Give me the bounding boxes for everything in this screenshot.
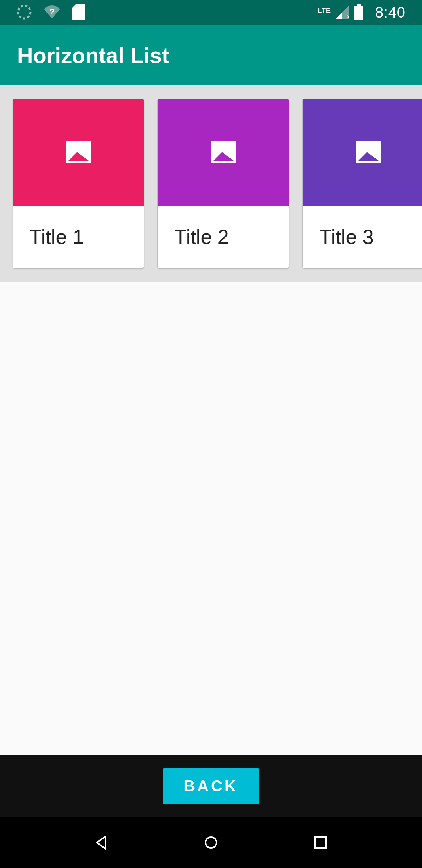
list-card[interactable]: Title 3 [302, 99, 422, 269]
image-placeholder-icon [356, 141, 381, 163]
card-image-area [158, 99, 289, 206]
status-right: LTE × 8:40 [318, 4, 406, 22]
svg-point-5 [206, 837, 216, 848]
back-button[interactable]: BACK [163, 768, 259, 804]
signal-icon: × [335, 5, 349, 21]
svg-point-0 [18, 6, 30, 18]
status-left: ? [16, 4, 85, 22]
app-bar: Horizontal List [0, 25, 422, 85]
nav-home-icon[interactable] [202, 834, 220, 852]
image-placeholder-icon [66, 141, 91, 163]
sd-card-icon [72, 4, 85, 22]
page-title: Horizontal List [17, 43, 169, 68]
battery-full-icon [354, 4, 363, 22]
list-card[interactable]: Title 1 [13, 99, 144, 269]
nav-recent-icon[interactable] [311, 834, 329, 852]
card-title: Title 2 [158, 206, 289, 268]
svg-text:×: × [347, 14, 349, 19]
nav-back-icon[interactable] [93, 834, 111, 852]
status-clock: 8:40 [375, 4, 406, 21]
horizontal-list[interactable]: Title 1 Title 2 Title 3 [0, 85, 422, 282]
system-nav-bar [0, 817, 422, 868]
card-image-area [13, 99, 144, 206]
lte-label: LTE [318, 7, 331, 15]
spinner-icon [16, 4, 32, 22]
card-title: Title 3 [303, 206, 422, 268]
image-placeholder-icon [211, 141, 236, 163]
svg-rect-4 [354, 6, 363, 20]
card-title: Title 1 [13, 206, 144, 268]
list-card[interactable]: Title 2 [157, 99, 289, 269]
card-image-area [303, 99, 422, 206]
bottom-action-bar: BACK [0, 755, 422, 817]
svg-text:?: ? [50, 7, 54, 16]
svg-rect-6 [315, 837, 326, 848]
wifi-question-icon: ? [43, 5, 61, 21]
main-content [0, 282, 422, 755]
status-bar: ? LTE × 8:40 [0, 0, 422, 25]
svg-rect-3 [357, 4, 361, 6]
